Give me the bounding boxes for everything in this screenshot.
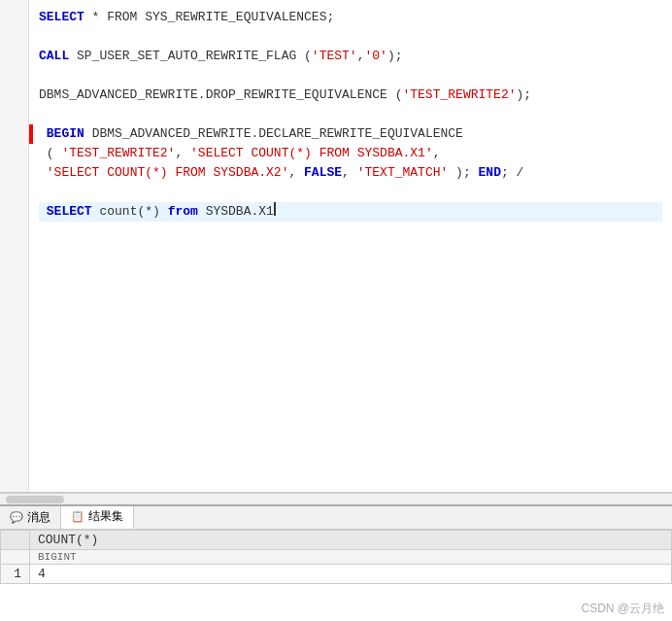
code-text-7: DBMS_ADVANCED_REWRITE.DECLARE_REWRITE_EQ… — [84, 124, 463, 144]
tab-messages-label: 消息 — [27, 509, 50, 526]
line-num-6 — [0, 105, 23, 124]
line-num-7 — [0, 124, 23, 144]
tab-bar: 💬 消息 📋 结果集 — [0, 506, 672, 530]
kw-select-1: SELECT — [39, 8, 84, 27]
code-text-8b: , — [175, 144, 190, 163]
col-count-header: COUNT(*) — [30, 531, 672, 550]
code-text-9b: , — [342, 163, 357, 183]
str-text-match: 'TEXT_MATCH' — [357, 163, 449, 183]
line-num-4 — [0, 66, 23, 86]
col-count-subheader: BIGINT — [30, 550, 672, 565]
code-text-3a: SP_USER_SET_AUTO_REWRITE_FLAG ( — [69, 47, 312, 66]
horizontal-scrollbar-area — [0, 493, 672, 504]
code-text-1: * FROM SYS_REWRITE_EQUIVALENCES; — [84, 8, 334, 27]
code-space-9 — [39, 163, 47, 183]
code-line-9: 'SELECT COUNT(*) FROM SYSDBA.X2', FALSE,… — [39, 163, 662, 183]
line-num-3 — [0, 47, 23, 66]
code-line-6 — [39, 105, 662, 124]
results-area: COUNT(*) BIGINT 1 4 — [0, 530, 672, 621]
code-text-9d: ; / — [501, 163, 523, 183]
tab-results[interactable]: 📋 结果集 — [61, 506, 134, 529]
results-icon: 📋 — [71, 510, 84, 523]
code-line-3: CALL SP_USER_SET_AUTO_REWRITE_FLAG ('TES… — [39, 47, 662, 66]
code-line-8: ( 'TEST_REWRITE2', 'SELECT COUNT(*) FROM… — [39, 144, 662, 163]
kw-from: from — [168, 202, 198, 222]
line-num-1 — [0, 8, 23, 27]
str-rewrite2: 'TEST_REWRITE2' — [402, 86, 516, 105]
line-num-9 — [0, 163, 23, 183]
line-num-5 — [0, 86, 23, 105]
kw-call: CALL — [39, 47, 69, 66]
str-select-x2: 'SELECT COUNT(*) FROM SYSDBA.X2' — [47, 163, 289, 183]
code-line-2 — [39, 27, 662, 47]
editor-panel: SELECT * FROM SYS_REWRITE_EQUIVALENCES; … — [0, 0, 672, 493]
tab-results-label: 结果集 — [88, 508, 123, 525]
code-text-9c: ); — [448, 163, 478, 183]
code-line-4 — [39, 66, 662, 86]
code-text-5a: DBMS_ADVANCED_REWRITE.DROP_REWRITE_EQUIV… — [39, 86, 402, 105]
results-table: COUNT(*) BIGINT 1 4 — [0, 530, 672, 584]
horizontal-scrollbar[interactable] — [6, 496, 64, 503]
line-num-11 — [0, 202, 23, 222]
str-test: 'TEST' — [312, 47, 357, 66]
str-rewrite2-2: 'TEST_REWRITE2' — [61, 144, 175, 163]
row-num-cell: 1 — [1, 565, 30, 584]
kw-false: FALSE — [304, 163, 342, 183]
code-text-11a: count(*) — [92, 202, 168, 222]
kw-end: END — [479, 163, 501, 183]
code-text-5b: ); — [517, 86, 532, 105]
code-text-8a: ( — [39, 144, 61, 163]
watermark: CSDN @云月绝 — [581, 601, 664, 617]
str-0: '0' — [364, 47, 386, 66]
count-value-cell: 4 — [30, 565, 672, 584]
code-text-11b: SYSDBA.X1 — [198, 202, 274, 222]
line-num-8 — [0, 144, 23, 163]
table-row: 1 4 — [1, 565, 672, 584]
code-line-5: DBMS_ADVANCED_REWRITE.DROP_REWRITE_EQUIV… — [39, 86, 662, 105]
code-line-11: SELECT count(*) from SYSDBA.X1 — [39, 202, 662, 222]
code-text-3b: , — [357, 47, 365, 66]
code-line-10 — [39, 183, 662, 202]
code-text-8c: , — [433, 144, 441, 163]
line-numbers — [0, 0, 29, 492]
tab-messages[interactable]: 💬 消息 — [0, 506, 61, 529]
line-num-10 — [0, 183, 23, 202]
code-text-3c: ); — [387, 47, 403, 66]
kw-begin: BEGIN — [47, 124, 84, 144]
kw-select-2: SELECT — [47, 202, 92, 222]
code-line-1: SELECT * FROM SYS_REWRITE_EQUIVALENCES; — [39, 8, 662, 27]
bottom-panel: 💬 消息 📋 结果集 COUNT(*) BIGINT 1 — [0, 504, 672, 621]
row-number-subheader — [1, 550, 30, 565]
code-text-9a: , — [288, 163, 304, 183]
code-space-7 — [39, 124, 47, 144]
str-select-x1: 'SELECT COUNT(*) FROM SYSDBA.X1' — [190, 144, 433, 163]
row-number-header — [1, 531, 30, 550]
code-line-7: BEGIN DBMS_ADVANCED_REWRITE.DECLARE_REWR… — [39, 124, 662, 144]
messages-icon: 💬 — [10, 511, 23, 524]
code-space-11 — [39, 202, 47, 222]
text-cursor — [274, 202, 276, 216]
code-editor[interactable]: SELECT * FROM SYS_REWRITE_EQUIVALENCES; … — [29, 0, 672, 492]
line-num-2 — [0, 27, 23, 47]
